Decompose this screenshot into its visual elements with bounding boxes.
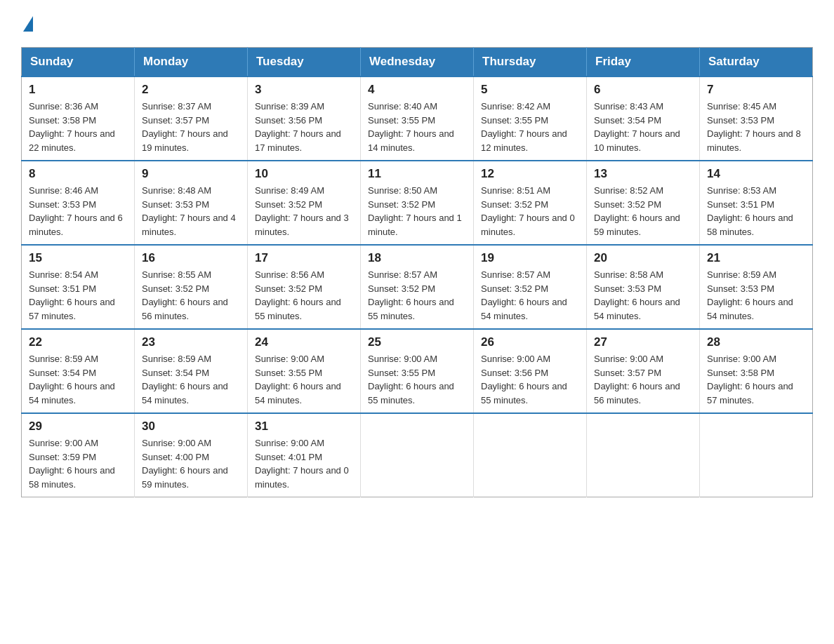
day-info: Sunrise: 9:00 AMSunset: 3:55 PMDaylight:…: [255, 352, 353, 407]
calendar-cell: 22Sunrise: 8:59 AMSunset: 3:54 PMDayligh…: [22, 329, 135, 413]
day-number: 3: [255, 83, 353, 97]
calendar-cell: 14Sunrise: 8:53 AMSunset: 3:51 PMDayligh…: [700, 161, 813, 245]
calendar-cell: 16Sunrise: 8:55 AMSunset: 3:52 PMDayligh…: [135, 245, 248, 329]
calendar-cell: 29Sunrise: 9:00 AMSunset: 3:59 PMDayligh…: [22, 413, 135, 497]
day-number: 23: [142, 335, 240, 349]
calendar-cell: 24Sunrise: 9:00 AMSunset: 3:55 PMDayligh…: [248, 329, 361, 413]
day-info: Sunrise: 8:36 AMSunset: 3:58 PMDaylight:…: [29, 100, 127, 154]
day-info: Sunrise: 8:56 AMSunset: 3:52 PMDaylight:…: [255, 268, 353, 323]
calendar-header-thursday: Thursday: [474, 48, 587, 77]
calendar-cell: [700, 413, 813, 497]
calendar-week-row: 29Sunrise: 9:00 AMSunset: 3:59 PMDayligh…: [22, 413, 813, 497]
day-info: Sunrise: 9:00 AMSunset: 3:56 PMDaylight:…: [481, 352, 579, 407]
calendar-cell: 13Sunrise: 8:52 AMSunset: 3:52 PMDayligh…: [587, 161, 700, 245]
day-info: Sunrise: 8:59 AMSunset: 3:53 PMDaylight:…: [707, 268, 805, 323]
day-number: 12: [481, 167, 579, 181]
day-info: Sunrise: 9:00 AMSunset: 3:57 PMDaylight:…: [594, 352, 692, 407]
calendar-header-friday: Friday: [587, 48, 700, 77]
day-info: Sunrise: 8:48 AMSunset: 3:53 PMDaylight:…: [142, 184, 240, 239]
calendar-cell: 17Sunrise: 8:56 AMSunset: 3:52 PMDayligh…: [248, 245, 361, 329]
calendar-cell: 20Sunrise: 8:58 AMSunset: 3:53 PMDayligh…: [587, 245, 700, 329]
calendar-cell: [474, 413, 587, 497]
day-number: 29: [29, 420, 127, 434]
day-number: 10: [255, 167, 353, 181]
calendar-cell: 28Sunrise: 9:00 AMSunset: 3:58 PMDayligh…: [700, 329, 813, 413]
day-info: Sunrise: 8:52 AMSunset: 3:52 PMDaylight:…: [594, 184, 692, 239]
calendar-header-wednesday: Wednesday: [361, 48, 474, 77]
calendar-cell: 6Sunrise: 8:43 AMSunset: 3:54 PMDaylight…: [587, 76, 700, 161]
calendar-cell: 5Sunrise: 8:42 AMSunset: 3:55 PMDaylight…: [474, 76, 587, 161]
calendar-header-sunday: Sunday: [22, 48, 135, 77]
day-number: 14: [707, 167, 805, 181]
calendar-cell: 8Sunrise: 8:46 AMSunset: 3:53 PMDaylight…: [22, 161, 135, 245]
calendar-cell: [587, 413, 700, 497]
day-info: Sunrise: 8:51 AMSunset: 3:52 PMDaylight:…: [481, 184, 579, 239]
day-info: Sunrise: 8:39 AMSunset: 3:56 PMDaylight:…: [255, 100, 353, 154]
day-info: Sunrise: 8:54 AMSunset: 3:51 PMDaylight:…: [29, 268, 127, 323]
day-info: Sunrise: 9:00 AMSunset: 3:59 PMDaylight:…: [29, 436, 127, 491]
day-number: 17: [255, 251, 353, 265]
day-info: Sunrise: 8:58 AMSunset: 3:53 PMDaylight:…: [594, 268, 692, 323]
calendar-cell: [361, 413, 474, 497]
day-number: 22: [29, 335, 127, 349]
calendar-week-row: 15Sunrise: 8:54 AMSunset: 3:51 PMDayligh…: [22, 245, 813, 329]
day-number: 18: [368, 251, 466, 265]
day-number: 31: [255, 420, 353, 434]
page-header: [21, 14, 813, 33]
day-number: 27: [594, 335, 692, 349]
day-info: Sunrise: 8:57 AMSunset: 3:52 PMDaylight:…: [481, 268, 579, 323]
calendar-cell: 30Sunrise: 9:00 AMSunset: 4:00 PMDayligh…: [135, 413, 248, 497]
day-number: 13: [594, 167, 692, 181]
day-info: Sunrise: 9:00 AMSunset: 4:00 PMDaylight:…: [142, 436, 240, 491]
day-number: 8: [29, 167, 127, 181]
calendar-cell: 11Sunrise: 8:50 AMSunset: 3:52 PMDayligh…: [361, 161, 474, 245]
calendar-cell: 2Sunrise: 8:37 AMSunset: 3:57 PMDaylight…: [135, 76, 248, 161]
day-number: 6: [594, 83, 692, 97]
calendar-cell: 12Sunrise: 8:51 AMSunset: 3:52 PMDayligh…: [474, 161, 587, 245]
day-number: 28: [707, 335, 805, 349]
calendar-cell: 26Sunrise: 9:00 AMSunset: 3:56 PMDayligh…: [474, 329, 587, 413]
calendar-header-monday: Monday: [135, 48, 248, 77]
calendar-cell: 21Sunrise: 8:59 AMSunset: 3:53 PMDayligh…: [700, 245, 813, 329]
day-number: 24: [255, 335, 353, 349]
calendar-cell: 23Sunrise: 8:59 AMSunset: 3:54 PMDayligh…: [135, 329, 248, 413]
day-number: 16: [142, 251, 240, 265]
day-info: Sunrise: 8:40 AMSunset: 3:55 PMDaylight:…: [368, 100, 466, 154]
calendar-table: SundayMondayTuesdayWednesdayThursdayFrid…: [21, 47, 813, 497]
day-info: Sunrise: 8:55 AMSunset: 3:52 PMDaylight:…: [142, 268, 240, 323]
day-info: Sunrise: 8:45 AMSunset: 3:53 PMDaylight:…: [707, 100, 805, 154]
day-number: 5: [481, 83, 579, 97]
day-number: 30: [142, 420, 240, 434]
calendar-cell: 19Sunrise: 8:57 AMSunset: 3:52 PMDayligh…: [474, 245, 587, 329]
calendar-week-row: 22Sunrise: 8:59 AMSunset: 3:54 PMDayligh…: [22, 329, 813, 413]
logo-triangle-icon: [23, 16, 33, 32]
day-number: 15: [29, 251, 127, 265]
logo: [21, 14, 33, 33]
day-info: Sunrise: 8:42 AMSunset: 3:55 PMDaylight:…: [481, 100, 579, 154]
day-info: Sunrise: 8:37 AMSunset: 3:57 PMDaylight:…: [142, 100, 240, 154]
day-number: 9: [142, 167, 240, 181]
day-info: Sunrise: 8:53 AMSunset: 3:51 PMDaylight:…: [707, 184, 805, 239]
day-number: 21: [707, 251, 805, 265]
day-number: 1: [29, 83, 127, 97]
day-info: Sunrise: 9:00 AMSunset: 4:01 PMDaylight:…: [255, 436, 353, 491]
day-info: Sunrise: 8:57 AMSunset: 3:52 PMDaylight:…: [368, 268, 466, 323]
day-info: Sunrise: 8:43 AMSunset: 3:54 PMDaylight:…: [594, 100, 692, 154]
day-number: 2: [142, 83, 240, 97]
day-info: Sunrise: 8:50 AMSunset: 3:52 PMDaylight:…: [368, 184, 466, 239]
day-info: Sunrise: 8:46 AMSunset: 3:53 PMDaylight:…: [29, 184, 127, 239]
calendar-cell: 9Sunrise: 8:48 AMSunset: 3:53 PMDaylight…: [135, 161, 248, 245]
day-number: 19: [481, 251, 579, 265]
calendar-header-saturday: Saturday: [700, 48, 813, 77]
calendar-cell: 3Sunrise: 8:39 AMSunset: 3:56 PMDaylight…: [248, 76, 361, 161]
calendar-cell: 15Sunrise: 8:54 AMSunset: 3:51 PMDayligh…: [22, 245, 135, 329]
day-number: 11: [368, 167, 466, 181]
day-number: 20: [594, 251, 692, 265]
calendar-header-tuesday: Tuesday: [248, 48, 361, 77]
calendar-cell: 10Sunrise: 8:49 AMSunset: 3:52 PMDayligh…: [248, 161, 361, 245]
calendar-header-row: SundayMondayTuesdayWednesdayThursdayFrid…: [22, 48, 813, 77]
day-info: Sunrise: 9:00 AMSunset: 3:55 PMDaylight:…: [368, 352, 466, 407]
day-info: Sunrise: 8:59 AMSunset: 3:54 PMDaylight:…: [29, 352, 127, 407]
day-info: Sunrise: 8:59 AMSunset: 3:54 PMDaylight:…: [142, 352, 240, 407]
calendar-cell: 4Sunrise: 8:40 AMSunset: 3:55 PMDaylight…: [361, 76, 474, 161]
